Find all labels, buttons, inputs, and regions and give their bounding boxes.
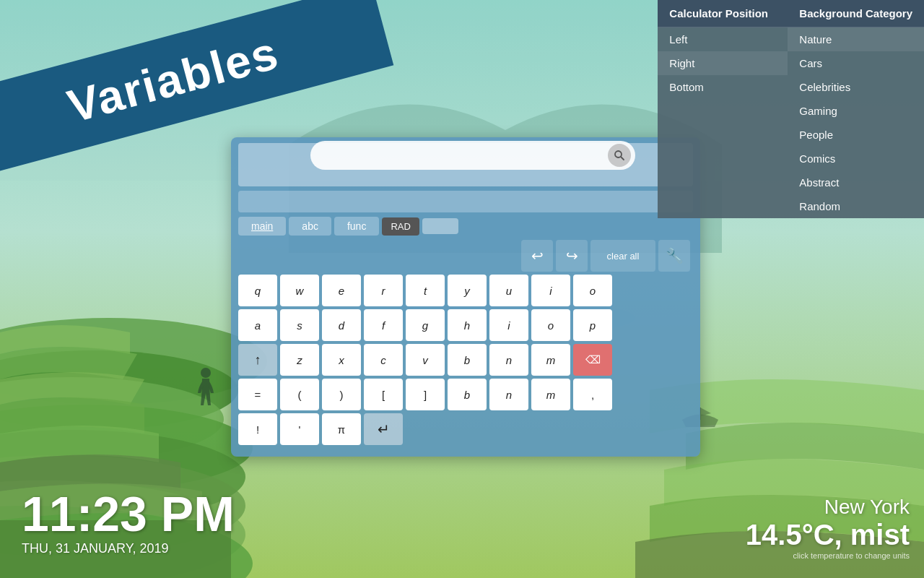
dropdown-menu: Calculator Position Left Right Bottom Ba… [658,0,924,218]
category-comics[interactable]: Comics [788,147,924,171]
key-o[interactable]: o [573,275,612,306]
key-i2[interactable]: i [489,309,528,341]
rad-toggle[interactable]: RAD [382,217,419,236]
key-g[interactable]: g [406,309,445,341]
key-shift[interactable]: ↑ [238,344,277,376]
calc-keyboard: q w e r t y u i o a s d f g h i o p [238,275,693,445]
category-celebrities[interactable]: Celebrities [788,75,924,99]
position-right[interactable]: Right [658,51,788,75]
key-x[interactable]: x [322,344,361,376]
key-e[interactable]: e [322,275,361,306]
key-n[interactable]: n [489,344,528,376]
tab-abc[interactable]: abc [289,217,331,236]
key-z[interactable]: z [280,344,319,376]
key-q[interactable]: q [238,275,277,306]
key-w[interactable]: w [280,275,319,306]
clear-all-button[interactable]: clear all [590,240,655,272]
key-row-1: q w e r t y u i o [238,275,693,306]
key-a[interactable]: a [238,309,277,341]
tab-main[interactable]: main [238,217,286,236]
clock-time: 11:23 PM [22,489,235,538]
key-h[interactable]: h [448,309,487,341]
search-input[interactable] [310,141,635,170]
key-lbracket[interactable]: [ [364,379,403,410]
key-row-2: a s d f g h i o p [238,309,693,341]
search-button[interactable] [608,144,631,167]
person-silhouette [195,366,217,419]
key-i[interactable]: i [531,275,570,306]
key-o2[interactable]: o [531,309,570,341]
key-v[interactable]: v [406,344,445,376]
control-row: ↩ ↪ clear all 🔧 [238,240,693,272]
key-c[interactable]: c [364,344,403,376]
position-bottom[interactable]: Bottom [658,75,788,99]
category-people[interactable]: People [788,123,924,147]
key-row-5: ! ' π ↵ [238,413,693,445]
tab-func[interactable]: func [334,217,379,236]
calc-tabs: main abc func RAD [238,217,693,236]
key-y[interactable]: y [448,275,487,306]
calculator: main abc func RAD ↩ ↪ clear all 🔧 q w e … [231,137,700,457]
rad-slider[interactable] [422,218,458,234]
svg-line-13 [621,157,624,160]
key-m[interactable]: m [531,344,570,376]
key-row-3: ↑ z x c v b n m ⌫ [238,344,693,376]
key-n2[interactable]: n [489,379,528,410]
svg-point-14 [201,368,211,378]
key-lparen[interactable]: ( [280,379,319,410]
key-u[interactable]: u [489,275,528,306]
key-m2[interactable]: m [531,379,570,410]
key-rbracket[interactable]: ] [406,379,445,410]
clock: 11:23 PM THU, 31 JANUARY, 2019 [22,489,235,556]
key-f[interactable]: f [364,309,403,341]
key-d[interactable]: d [322,309,361,341]
category-gaming[interactable]: Gaming [788,99,924,123]
key-comma[interactable]: , [573,379,612,410]
category-random[interactable]: Random [788,194,924,218]
key-exclaim[interactable]: ! [238,413,277,445]
key-t[interactable]: t [406,275,445,306]
key-row-4: = ( ) [ ] b n m , [238,379,693,410]
calculator-position-header: Calculator Position [658,0,788,27]
key-b[interactable]: b [448,344,487,376]
key-b2[interactable]: b [448,379,487,410]
calculator-position-column: Calculator Position Left Right Bottom [658,0,788,218]
background-category-header: Background Category [788,0,924,27]
undo-button[interactable]: ↩ [521,240,553,272]
search-bar-wrapper [310,141,635,170]
position-left[interactable]: Left [658,27,788,51]
clock-date: THU, 31 JANUARY, 2019 [22,541,235,556]
key-p[interactable]: p [573,309,612,341]
weather-hint[interactable]: click temperature to change units [746,551,910,560]
category-abstract[interactable]: Abstract [788,171,924,194]
weather-city: New York [746,496,910,519]
key-r[interactable]: r [364,275,403,306]
category-nature[interactable]: Nature [788,27,924,51]
category-cars[interactable]: Cars [788,51,924,75]
wrench-button[interactable]: 🔧 [658,240,690,272]
key-quote[interactable]: ' [280,413,319,445]
weather: New York 14.5°C, mist click temperature … [746,496,910,560]
key-rparen[interactable]: ) [322,379,361,410]
weather-temperature[interactable]: 14.5°C, mist [746,519,910,551]
key-enter[interactable]: ↵ [364,413,403,445]
calc-body: main abc func RAD ↩ ↪ clear all 🔧 q w e … [231,137,700,449]
key-s[interactable]: s [280,309,319,341]
background-category-column: Background Category Nature Cars Celebrit… [788,0,924,218]
key-delete[interactable]: ⌫ [573,344,612,376]
redo-button[interactable]: ↪ [556,240,588,272]
key-equals[interactable]: = [238,379,277,410]
key-pi[interactable]: π [322,413,361,445]
